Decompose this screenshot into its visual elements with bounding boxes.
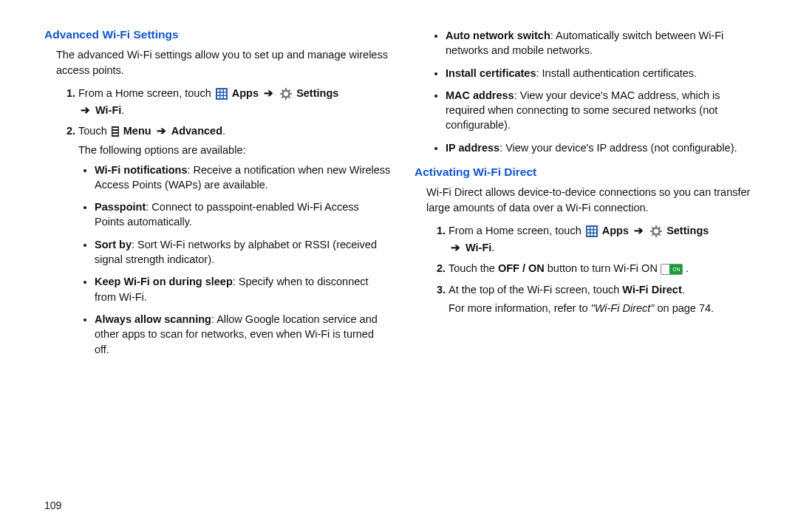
arrow-icon: ➔ (78, 104, 92, 116)
arrow-icon: ➔ (154, 125, 168, 137)
svg-rect-1 (217, 89, 219, 92)
svg-rect-26 (594, 227, 596, 229)
svg-rect-21 (112, 131, 117, 132)
apps-icon (216, 88, 228, 100)
svg-rect-8 (220, 96, 222, 98)
svg-rect-11 (285, 88, 287, 90)
svg-rect-31 (590, 233, 593, 236)
heading-advanced-wifi: Advanced Wi-Fi Settings (44, 28, 391, 41)
svg-point-10 (283, 91, 290, 98)
svg-rect-34 (655, 225, 657, 228)
step2-tail: The following options are available: (78, 143, 391, 158)
step1-settings: Settings (296, 87, 338, 99)
opt-mac-address: MAC address: View your device's MAC addr… (446, 88, 761, 133)
svg-rect-3 (224, 89, 226, 92)
svg-rect-32 (594, 233, 596, 236)
menu-icon (112, 126, 119, 137)
wd-step-3: At the top of the Wi-Fi screen, touch Wi… (449, 282, 761, 316)
opt-wifi-notifications: Wi-Fi notifications: Receive a notificat… (95, 163, 391, 193)
step2-advanced: Advanced (171, 125, 222, 137)
svg-rect-2 (220, 89, 222, 92)
opt-allow-scanning: Always allow scanning: Allow Google loca… (95, 312, 391, 357)
heading-wifi-direct: Activating Wi-Fi Direct (415, 166, 761, 179)
step-1: From a Home screen, touch Apps ➔ Setting… (78, 85, 391, 118)
svg-rect-37 (660, 231, 662, 232)
step1-apps: Apps (232, 87, 259, 99)
svg-point-33 (653, 228, 660, 235)
on-toggle-icon (661, 264, 683, 275)
svg-rect-20 (112, 128, 117, 129)
opt-passpoint: Passpoint: Connect to passpoint-enabled … (95, 200, 391, 230)
advanced-options-cont: Auto network switch: Automatically switc… (426, 28, 761, 155)
svg-rect-9 (224, 96, 226, 98)
steps-advanced: From a Home screen, touch Apps ➔ Setting… (58, 85, 391, 357)
intro-advanced: The advanced Wi-Fi settings allow you to… (56, 47, 391, 78)
step2-menu: Menu (123, 125, 151, 137)
svg-rect-28 (590, 231, 593, 233)
opt-sort-by: Sort by: Sort Wi-Fi networks by alphabet… (95, 237, 391, 267)
step2-pre: Touch (78, 125, 110, 137)
page-number: 109 (44, 492, 761, 511)
advanced-options: Wi-Fi notifications: Receive a notificat… (75, 163, 391, 357)
settings-icon (280, 88, 292, 100)
svg-rect-25 (590, 227, 593, 229)
step1-wifi: Wi-Fi (95, 104, 121, 116)
arrow-icon: ➔ (449, 242, 463, 253)
svg-rect-6 (224, 93, 226, 95)
opt-install-certificates: Install certificates: Install authentica… (446, 66, 761, 81)
apps-icon (586, 225, 598, 237)
svg-rect-30 (587, 233, 590, 236)
svg-rect-14 (290, 93, 292, 95)
svg-rect-35 (655, 235, 657, 237)
arrow-icon: ➔ (632, 225, 646, 236)
intro-wifi-direct: Wi-Fi Direct allows device-to-device con… (426, 185, 761, 215)
right-column: Auto network switch: Automatically switc… (415, 28, 761, 492)
svg-rect-13 (280, 93, 282, 95)
settings-icon (650, 225, 662, 237)
opt-auto-network-switch: Auto network switch: Automatically switc… (446, 28, 761, 58)
arrow-icon: ➔ (262, 87, 276, 99)
svg-rect-4 (217, 93, 219, 95)
svg-rect-12 (285, 98, 287, 100)
wd-step-2: Touch the OFF / ON button to turn Wi-Fi … (449, 260, 761, 276)
svg-rect-29 (594, 231, 596, 233)
step-2: Touch Menu ➔ Advanced. The following opt… (78, 123, 391, 357)
opt-ip-address: IP address: View your device's IP addres… (446, 140, 761, 155)
svg-rect-27 (587, 231, 590, 233)
svg-rect-5 (220, 93, 222, 95)
wd-step3-more: For more information, refer to "Wi-Fi Di… (449, 301, 761, 316)
svg-rect-22 (112, 134, 117, 135)
opt-keep-wifi-on: Keep Wi-Fi on during sleep: Specify when… (95, 274, 391, 304)
svg-rect-24 (587, 227, 590, 229)
svg-rect-36 (650, 231, 652, 232)
wd-step-1: From a Home screen, touch Apps ➔ Setting… (449, 222, 761, 256)
left-column: Advanced Wi-Fi Settings The advanced Wi-… (44, 28, 391, 492)
steps-wifi-direct: From a Home screen, touch Apps ➔ Setting… (428, 222, 761, 316)
step1-pre: From a Home screen, touch (78, 87, 214, 99)
svg-rect-7 (217, 96, 219, 98)
